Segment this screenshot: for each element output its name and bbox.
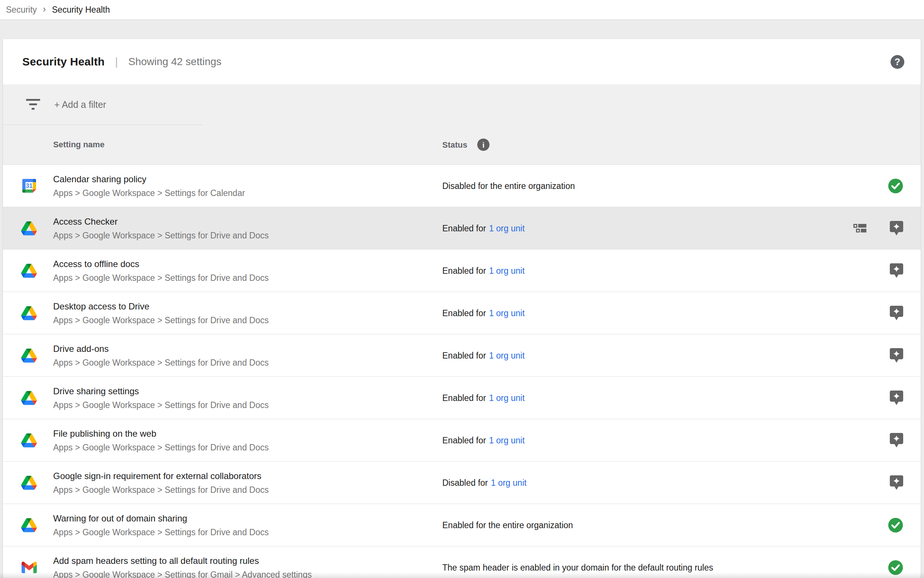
setting-path: Apps > Google Workspace > Settings for G… <box>53 570 312 578</box>
table-row[interactable]: 31 Desktop access to Drive Ap <box>3 292 921 334</box>
org-unit-link[interactable]: 1 org unit <box>489 351 525 360</box>
org-unit-link[interactable]: 1 org unit <box>489 393 525 403</box>
svg-text:31: 31 <box>26 182 32 189</box>
recommendation-badge[interactable] <box>890 475 903 490</box>
check-circle-icon <box>888 517 903 533</box>
setting-name: Drive sharing settings <box>53 386 269 396</box>
setting-path: Apps > Google Workspace > Settings for D… <box>53 527 269 537</box>
status-ok-indicator <box>888 178 903 194</box>
status-cell: Enabled for the entire organization <box>442 520 573 530</box>
app-icon-cell: 31 <box>21 348 37 364</box>
drive-icon <box>21 221 37 235</box>
setting-path: Apps > Google Workspace > Settings for C… <box>53 188 245 198</box>
setting-path: Apps > Google Workspace > Settings for D… <box>53 485 269 495</box>
drive-icon <box>21 349 37 363</box>
setting-name: Calendar sharing policy <box>53 174 245 184</box>
card-header: Security Health | Showing 42 settings ? <box>3 39 921 84</box>
recommendation-icon <box>890 221 903 236</box>
status-cell: Enabled for1 org unit <box>442 223 525 233</box>
table-row[interactable]: 31 Calendar sharing policy Ap <box>3 165 921 207</box>
setting-cell: Add spam headers setting to all default … <box>53 555 312 578</box>
row-actions <box>890 263 903 279</box>
setting-name: Access Checker <box>53 216 269 227</box>
row-actions <box>888 178 903 194</box>
recommendation-icon <box>890 263 903 279</box>
row-actions <box>890 348 903 364</box>
page-title: Security Health <box>22 55 104 68</box>
setting-cell: Drive sharing settings Apps > Google Wor… <box>53 386 269 410</box>
row-actions <box>888 517 903 533</box>
drive-icon <box>21 306 37 320</box>
table-row[interactable]: 31 File publishing on the web <box>3 419 921 461</box>
app-icon-cell: 31 <box>21 560 37 575</box>
status-text: Enabled for <box>442 223 486 233</box>
setting-cell: Calendar sharing policy Apps > Google Wo… <box>53 174 245 198</box>
status-cell: The spam header is enabled in your domai… <box>442 562 713 572</box>
table-row[interactable]: 31 Warning for out of domain sharin <box>3 504 921 546</box>
breadcrumb-parent[interactable]: Security <box>6 5 37 15</box>
org-unit-link[interactable]: 1 org unit <box>489 435 525 445</box>
setting-cell: Desktop access to Drive Apps > Google Wo… <box>53 301 269 325</box>
table-row[interactable]: 31 Google sign-in requirement for e <box>3 461 921 504</box>
status-text: Disabled for <box>442 477 488 487</box>
app-icon-cell: 31 <box>21 433 37 448</box>
recommendation-icon <box>890 390 903 406</box>
setting-path: Apps > Google Workspace > Settings for D… <box>53 273 269 283</box>
settings-count: Showing 42 settings <box>128 56 222 68</box>
row-actions <box>890 433 903 448</box>
setting-cell: Google sign-in requirement for external … <box>53 471 269 495</box>
setting-path: Apps > Google Workspace > Settings for D… <box>53 357 269 367</box>
recommendation-icon <box>890 348 903 364</box>
drive-icon <box>21 434 37 447</box>
drive-icon <box>21 518 37 532</box>
table-row[interactable]: 31 Access Checker Apps > Goog <box>3 207 921 250</box>
toolbar: + Add a filter Setting name Status i <box>3 84 921 165</box>
setting-name: Desktop access to Drive <box>53 301 269 311</box>
recommendation-icon <box>890 433 903 448</box>
security-health-card: Security Health | Showing 42 settings ? … <box>3 39 921 578</box>
recommendation-icon <box>890 305 903 321</box>
drive-icon <box>21 476 37 490</box>
table-row[interactable]: 31 Access to offline docs App <box>3 250 921 292</box>
setting-name: Drive add-ons <box>53 343 269 354</box>
recommendation-badge[interactable] <box>890 305 903 321</box>
status-info-icon[interactable]: i <box>477 139 490 151</box>
recommendation-badge[interactable] <box>890 348 903 364</box>
recommendation-badge[interactable] <box>890 433 903 448</box>
row-actions <box>890 305 903 321</box>
add-filter-button[interactable]: + Add a filter <box>3 84 921 125</box>
status-cell: Enabled for1 org unit <box>442 266 525 276</box>
help-icon[interactable]: ? <box>890 55 904 69</box>
recommendation-badge[interactable] <box>890 221 903 236</box>
setting-name: Access to offline docs <box>53 258 269 269</box>
setting-name: File publishing on the web <box>53 428 269 438</box>
status-text: Enabled for <box>442 393 486 403</box>
setting-path: Apps > Google Workspace > Settings for D… <box>53 315 269 325</box>
org-unit-link[interactable]: 1 org unit <box>491 477 527 487</box>
table-row[interactable]: 31 Drive add-ons Apps > Googl <box>3 334 921 377</box>
table-row[interactable]: 31 Drive sharing settings App <box>3 377 921 419</box>
status-cell: Disabled for the entire organization <box>442 181 575 191</box>
org-unit-link[interactable]: 1 org unit <box>489 223 525 233</box>
org-unit-link[interactable]: 1 org unit <box>489 266 525 275</box>
status-text: The spam header is enabled in your domai… <box>442 562 713 572</box>
status-text: Enabled for <box>442 266 486 275</box>
recommendation-icon <box>890 475 903 490</box>
org-units-icon <box>853 224 866 232</box>
recommendation-badge[interactable] <box>890 390 903 406</box>
drive-icon <box>21 391 37 405</box>
status-text: Enabled for the entire organization <box>442 520 573 530</box>
drive-icon <box>21 264 37 278</box>
table-header-row: Setting name Status i <box>3 125 921 165</box>
row-actions <box>890 475 903 490</box>
filter-icon <box>26 99 40 110</box>
app-icon-cell: 31 <box>21 390 37 406</box>
column-setting-name: Setting name <box>53 140 104 149</box>
recommendation-badge[interactable] <box>890 263 903 279</box>
setting-cell: File publishing on the web Apps > Google… <box>53 428 269 452</box>
status-ok-indicator <box>888 559 903 575</box>
status-cell: Disabled for1 org unit <box>442 477 527 488</box>
setting-name: Add spam headers setting to all default … <box>53 555 312 566</box>
org-unit-link[interactable]: 1 org unit <box>489 308 525 318</box>
table-row[interactable]: 31 Add spam headers setting to all <box>3 546 921 578</box>
